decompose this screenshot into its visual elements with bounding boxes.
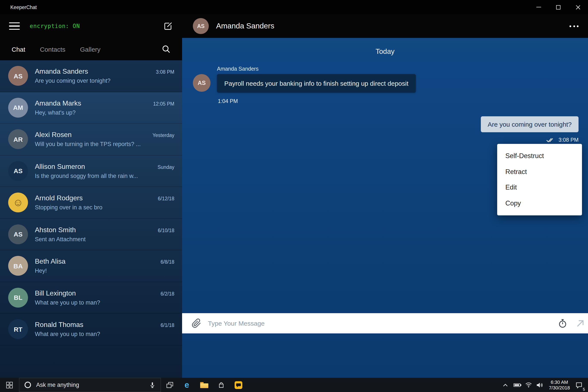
task-view-button[interactable] <box>161 378 178 392</box>
battery-status[interactable] <box>511 378 523 392</box>
contact-name: Bill Lexington <box>35 290 76 297</box>
message-time: 3:08 PM <box>152 70 174 75</box>
volume-control[interactable] <box>534 378 546 392</box>
message-time: 12:05 PM <box>150 101 174 106</box>
start-button[interactable] <box>0 378 19 392</box>
store-button[interactable] <box>213 378 230 392</box>
message-preview: Will you be turning in the TPS reports? … <box>35 141 174 148</box>
outgoing-message-time: 3:08 PM <box>559 137 579 143</box>
message-preview: Is the ground soggy from all the rain w.… <box>35 173 174 179</box>
microphone-icon <box>149 382 156 388</box>
menu-item-self-destruct[interactable]: Self-Destruct <box>497 148 582 164</box>
action-center-button[interactable]: 5 <box>573 378 585 392</box>
avatar-initials: AS <box>197 23 205 29</box>
conversation-item[interactable]: ☺ Arnold Rodgers6/12/18 Stopping over in… <box>0 187 182 218</box>
more-options-icon <box>570 25 571 27</box>
outgoing-message: Are you coming over tonight? 3:08 PM <box>192 116 579 143</box>
avatar: AS <box>8 66 28 86</box>
tab-gallery[interactable]: Gallery <box>80 46 100 53</box>
self-destruct-timer-button[interactable] <box>558 318 568 328</box>
clock-date: 7/30/2018 <box>549 385 570 390</box>
maximize-button[interactable] <box>548 0 568 14</box>
avatar-initials: BA <box>13 262 22 270</box>
taskbar-search-placeholder: Ask me anything <box>36 382 79 388</box>
conversation-item[interactable]: AR Alexi RosenYesterday Will you be turn… <box>0 124 182 155</box>
conversation-item[interactable]: AS Ahston Smith6/10/18 Sent an Attachmen… <box>0 218 182 250</box>
conversation-summary: Bill Lexington6/2/18 What are you up to … <box>35 290 174 306</box>
more-options-button[interactable] <box>569 22 580 30</box>
sender-avatar: AS <box>193 74 211 92</box>
send-button[interactable] <box>575 318 586 328</box>
chat-contact-avatar: AS <box>193 18 209 34</box>
tray-expand-button[interactable] <box>499 378 511 392</box>
message-preview: Hey, what's up? <box>35 110 174 116</box>
compose-button[interactable] <box>163 21 173 31</box>
file-explorer-icon <box>200 382 208 388</box>
contact-name: Alexi Rosen <box>35 131 72 139</box>
attach-button[interactable] <box>192 318 201 328</box>
keeperchat-icon <box>234 380 243 389</box>
tab-chat[interactable]: Chat <box>12 46 25 53</box>
menu-item-edit[interactable]: Edit <box>497 180 582 195</box>
tab-contacts[interactable]: Contacts <box>40 46 65 53</box>
message-time: 6/12/18 <box>154 196 174 202</box>
message-preview: What are you up to man? <box>35 331 174 338</box>
microphone-button[interactable] <box>149 382 156 388</box>
sidebar-header: encryption: ON <box>0 14 182 38</box>
title-bar: KeeperChat <box>0 0 588 14</box>
outgoing-message-bubble[interactable]: Are you coming over tonight? <box>481 116 579 132</box>
incoming-message-bubble[interactable]: Payroll needs your banking info to finis… <box>217 74 416 92</box>
chat-header: AS Amanda Sanders <box>182 14 588 38</box>
avatar: BL <box>8 288 28 308</box>
conversation-item[interactable]: AM Amanda Marks12:05 PM Hey, what's up? <box>0 92 182 124</box>
network-status[interactable] <box>523 378 534 392</box>
contact-name: Amanda Sanders <box>35 68 88 76</box>
message-time: 6/1/18 <box>157 323 174 328</box>
message-input[interactable] <box>208 320 553 327</box>
message-time: Sunday <box>154 164 174 170</box>
conversation-item[interactable]: BA Beth Alisa6/8/18 Hey! <box>0 250 182 282</box>
contact-name: Beth Alisa <box>35 258 65 266</box>
avatar: AR <box>8 130 28 149</box>
incoming-message: AS Amanda Sanders Payroll needs your ban… <box>192 66 579 104</box>
conversation-summary: Amanda Marks12:05 PM Hey, what's up? <box>35 100 174 116</box>
menu-item-retract[interactable]: Retract <box>497 164 582 180</box>
conversation-item[interactable]: RT Ronald Thomas6/1/18 What are you up t… <box>0 314 182 345</box>
taskbar: Ask me anything e <box>0 378 588 392</box>
file-explorer-button[interactable] <box>195 378 213 392</box>
conversation-item[interactable]: BL Bill Lexington6/2/18 What are you up … <box>0 282 182 314</box>
message-preview: Stopping over in a sec bro <box>35 204 174 211</box>
avatar-initials: ☺ <box>13 197 23 209</box>
sidebar-tabs: Chat Contacts Gallery <box>0 38 182 60</box>
search-button[interactable] <box>162 45 170 54</box>
date-divider: Today <box>192 48 579 56</box>
edge-button[interactable]: e <box>178 378 195 392</box>
maximize-icon <box>556 5 561 9</box>
avatar-initials: AS <box>13 231 22 238</box>
menu-item-copy[interactable]: Copy <box>497 195 582 211</box>
chat-panel: AS Amanda Sanders Today AS Amanda Sander… <box>182 14 588 378</box>
minimize-button[interactable] <box>529 0 548 14</box>
hamburger-menu-icon[interactable] <box>9 22 20 30</box>
more-options-icon <box>573 25 575 27</box>
send-icon <box>575 318 586 328</box>
avatar: RT <box>8 320 28 339</box>
taskbar-clock[interactable]: 6:30 AM 7/30/2018 <box>549 380 570 390</box>
compose-icon <box>163 21 173 31</box>
taskbar-search[interactable]: Ask me anything <box>19 378 161 392</box>
avatar: ☺ <box>8 193 28 212</box>
close-button[interactable] <box>568 0 588 14</box>
message-time: 6/2/18 <box>157 291 174 296</box>
incoming-message-time: 1:04 PM <box>217 98 416 104</box>
avatar-initials: AS <box>198 80 206 86</box>
cortana-icon <box>24 382 31 388</box>
keeperchat-taskbar-button[interactable] <box>230 378 247 392</box>
composer-actions <box>558 318 586 328</box>
conversation-item[interactable]: AS Amanda Sanders3:08 PM Are you coming … <box>0 60 182 92</box>
conversation-item[interactable]: AS Allison SumeronSunday Is the ground s… <box>0 155 182 187</box>
avatar: BA <box>8 256 28 276</box>
conversation-summary: Allison SumeronSunday Is the ground sogg… <box>35 163 174 179</box>
avatar: AM <box>8 98 28 118</box>
message-preview: What are you up to man? <box>35 300 174 306</box>
encryption-status: encryption: ON <box>30 23 80 29</box>
